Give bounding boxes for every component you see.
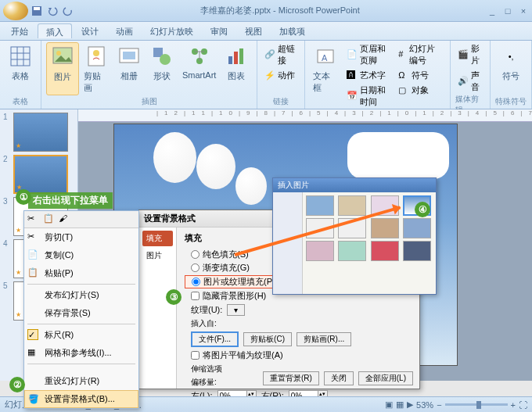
- minimize-icon[interactable]: _: [487, 6, 498, 16]
- window-title: 李维嘉的老婆.pptx - Microsoft PowerPoint: [74, 5, 487, 16]
- tab-slideshow[interactable]: 幻灯片放映: [142, 23, 201, 38]
- maximize-icon[interactable]: □: [502, 6, 513, 16]
- symbol-button[interactable]: Ω符号: [396, 69, 445, 82]
- ruler: |12|11|10|9|8|7|6|5|4|3|2|1|0|1|2|3|4|5|…: [78, 109, 532, 122]
- ctx-copy[interactable]: 📄复制(C): [24, 246, 138, 264]
- ctx-paste[interactable]: 📋粘贴(P): [24, 264, 138, 282]
- file-button[interactable]: 文件(F)...: [191, 331, 239, 347]
- action-button[interactable]: ⚡动作: [262, 69, 299, 82]
- datetime-button[interactable]: 📅日期和时间: [344, 84, 394, 109]
- texture-dropdown[interactable]: ▾: [227, 304, 245, 316]
- undo-icon[interactable]: [47, 5, 58, 16]
- format-icon[interactable]: 🖌: [59, 213, 71, 226]
- cloud-shape: [347, 132, 449, 179]
- album-button[interactable]: 相册: [113, 42, 145, 95]
- chart-button[interactable]: 图表: [221, 42, 252, 95]
- group-links-label: 链接: [273, 96, 289, 107]
- picture-button[interactable]: 图片: [46, 42, 79, 95]
- svg-point-10: [93, 50, 99, 56]
- thumb-2[interactable]: 2★: [3, 155, 74, 194]
- check-tile[interactable]: 将图片平铺为纹理(A): [185, 349, 412, 361]
- wordart-button[interactable]: 🅰艺术字: [344, 69, 394, 82]
- tab-animation[interactable]: 动画: [108, 23, 141, 38]
- ctx-save-bg[interactable]: 保存背景(S): [24, 304, 138, 322]
- svg-rect-20: [228, 56, 232, 64]
- zoom-level[interactable]: 53%: [416, 400, 433, 410]
- save-icon[interactable]: [31, 5, 42, 16]
- group-illustrations-label: 插图: [142, 96, 157, 107]
- svg-rect-21: [234, 52, 238, 64]
- svg-text:A: A: [322, 53, 328, 63]
- copy-icon: 📄: [27, 249, 38, 260]
- close-button[interactable]: 关闭: [324, 371, 354, 385]
- zoom-in-icon[interactable]: +: [511, 400, 516, 410]
- close-icon[interactable]: ×: [518, 6, 529, 16]
- file-thumb[interactable]: [338, 241, 366, 261]
- ctx-cut[interactable]: ✂剪切(T): [24, 228, 138, 246]
- tab-home[interactable]: 开始: [3, 23, 36, 38]
- view-sorter-icon[interactable]: ▦: [396, 399, 404, 410]
- balloon-shape: [153, 132, 196, 183]
- tab-review[interactable]: 审阅: [203, 23, 235, 38]
- office-button[interactable]: [3, 2, 28, 20]
- fit-icon[interactable]: ⛶: [519, 400, 527, 410]
- hyperlink-button[interactable]: 🔗超链接: [262, 42, 299, 67]
- svg-point-8: [56, 51, 61, 56]
- dlg-tab-picture[interactable]: 图片: [142, 248, 173, 263]
- cut-icon: ✂: [27, 231, 38, 242]
- clipart-button[interactable]: 剪贴画(R)...: [297, 332, 351, 346]
- special-symbol-button[interactable]: •‚符号: [495, 42, 527, 84]
- file-thumb[interactable]: [403, 218, 431, 238]
- tab-design[interactable]: 设计: [74, 23, 106, 38]
- group-table-label: 表格: [13, 96, 28, 107]
- hyperlink-icon: 🔗: [264, 49, 275, 60]
- reset-bg-button[interactable]: 重置背景(R): [263, 371, 319, 385]
- callout-2: ②: [9, 377, 25, 392]
- view-slideshow-icon[interactable]: ▶: [407, 399, 413, 410]
- sound-button[interactable]: 🔊声音: [455, 69, 485, 94]
- ctx-format-background[interactable]: 🪣设置背景格式(B)...: [24, 390, 138, 408]
- bucket-icon: 🪣: [28, 394, 39, 405]
- movie-button[interactable]: 🎬影片: [455, 42, 485, 67]
- view-normal-icon[interactable]: ▣: [385, 399, 393, 410]
- group-special-label: 特殊符号: [495, 96, 527, 107]
- context-menu-toolbar: ✂ 📋 🖌: [24, 211, 138, 228]
- callout-1-text: 右击出现下拉菜单: [28, 192, 113, 209]
- file-thumb[interactable]: [306, 195, 334, 216]
- cut-icon[interactable]: ✂: [27, 213, 40, 226]
- zoom-slider[interactable]: [445, 403, 508, 406]
- tab-addins[interactable]: 加载项: [271, 23, 313, 38]
- file-thumb[interactable]: [306, 241, 334, 261]
- copy-icon[interactable]: 📋: [43, 213, 56, 226]
- dlg-tab-fill[interactable]: 填充: [142, 231, 173, 246]
- clipart-button[interactable]: 剪贴画: [81, 42, 112, 95]
- smartart-button[interactable]: SmartArt: [179, 42, 219, 95]
- tab-view[interactable]: 视图: [237, 23, 270, 38]
- slidenumber-button[interactable]: #幻灯片编号: [396, 42, 445, 67]
- svg-rect-22: [239, 48, 243, 64]
- table-button[interactable]: 表格: [5, 42, 36, 84]
- zoom-out-icon[interactable]: −: [437, 400, 441, 410]
- shapes-button[interactable]: 形状: [146, 42, 178, 95]
- file-thumb[interactable]: [371, 218, 399, 238]
- ribbon: 表格 表格 图片 剪贴画 相册 形状 SmartArt 图表 插图 🔗超链接 ⚡…: [0, 41, 532, 109]
- ctx-reset-slide[interactable]: 重设幻灯片(R): [24, 372, 138, 390]
- file-thumb[interactable]: [403, 241, 431, 261]
- callout-4: ④: [415, 202, 430, 217]
- apply-all-button[interactable]: 全部应用(L): [358, 371, 413, 385]
- object-button[interactable]: ▢对象: [396, 84, 445, 97]
- header-footer-button[interactable]: 📄页眉和页脚: [344, 42, 394, 67]
- file-thumb[interactable]: [371, 241, 399, 261]
- clipboard-button[interactable]: 剪贴板(C): [243, 332, 292, 346]
- file-thumb[interactable]: [338, 195, 366, 216]
- redo-icon[interactable]: [63, 5, 74, 16]
- ctx-grid[interactable]: ▦网格和参考线(I)...: [24, 344, 138, 362]
- tab-insert[interactable]: 插入: [38, 23, 72, 38]
- svg-rect-2: [11, 47, 30, 66]
- thumb-1[interactable]: 1★: [3, 113, 74, 152]
- filepicker-title: 插入图片: [273, 178, 436, 192]
- ctx-ruler[interactable]: ✓标尺(R): [24, 326, 138, 344]
- textbox-button[interactable]: A文本框: [310, 42, 341, 109]
- context-menu: ✂ 📋 🖌 ✂剪切(T) 📄复制(C) 📋粘贴(P) 发布幻灯片(S) 保存背景…: [23, 210, 139, 409]
- ctx-publish-slide[interactable]: 发布幻灯片(S): [24, 286, 138, 304]
